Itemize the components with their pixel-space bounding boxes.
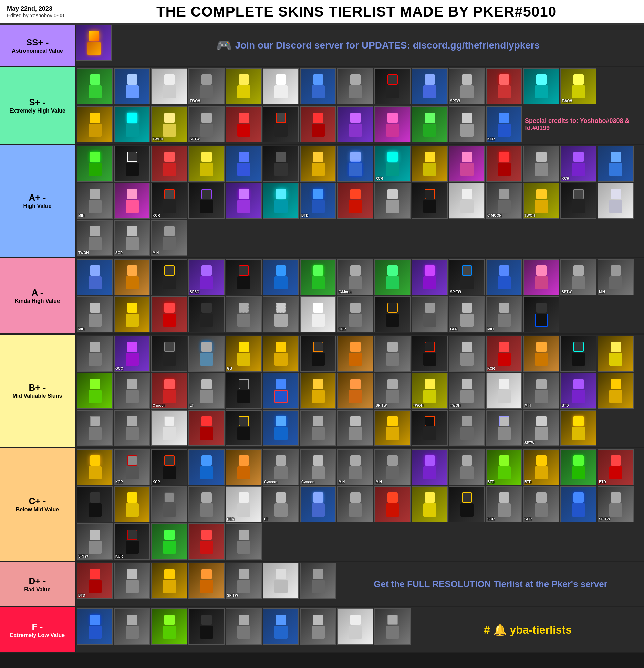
skin-card <box>523 336 559 372</box>
c-plus-content: KCR KCR C-moon C-moon MIH MIH BTD BTD BT… <box>76 448 644 561</box>
skin-card <box>263 563 299 599</box>
page-wrapper: May 22nd, 2023 Edited by Yoshobo#0308 TH… <box>0 0 644 653</box>
skin-card: GB <box>226 336 262 372</box>
skin-label-twoh7: TWOH <box>450 404 461 407</box>
skin-card: GER <box>449 296 485 332</box>
skin-card <box>449 106 485 142</box>
skin-card <box>188 146 225 182</box>
skin-card: MIH <box>151 220 187 256</box>
skin-card <box>77 410 113 446</box>
skin-card <box>114 486 150 522</box>
credits-text: Special credits to: Yoshobo#0308 & fd.#0… <box>523 116 643 134</box>
tier-desc-ss: Astronomical Value <box>12 48 63 54</box>
skin-label-mih4: MIH <box>78 327 84 331</box>
skin-card <box>374 296 411 332</box>
skin-card <box>337 106 373 142</box>
skin-card <box>374 608 411 645</box>
skin-card <box>151 523 187 560</box>
discord-banner[interactable]: 🎮 Join our Discord server for UPDATES: d… <box>112 25 644 66</box>
skin-card <box>188 410 225 446</box>
tier-name-ss: SS+ - <box>26 37 49 48</box>
skin-label-twoh4: TWOH <box>524 214 535 218</box>
skin-card <box>300 106 336 142</box>
skin-card <box>77 486 113 522</box>
skin-card: MIH <box>523 373 559 409</box>
tier-name-dplus: D+ - <box>29 576 46 586</box>
skin-card <box>300 146 336 182</box>
a-content: SPSO C-Moon SP:TW SPTW MIH MIH GER GER M <box>76 258 644 333</box>
skin-card: TWOH <box>151 106 187 142</box>
tier-label-f: F - Extremely Low Value <box>0 607 76 652</box>
skin-card <box>300 259 336 295</box>
skin-card <box>188 608 225 645</box>
skin-card <box>412 486 448 522</box>
skin-card <box>523 296 559 332</box>
tier-desc-aplus: High Value <box>23 203 52 209</box>
skin-card <box>114 608 150 645</box>
skin-card <box>449 410 485 446</box>
b-plus-content: GCQ GB KCR C-moon LT SP:TW TWOH <box>76 335 644 447</box>
skin-card: GCQ <box>114 336 150 372</box>
skin-label-sptw2: SPTW <box>190 137 200 141</box>
skin-card <box>337 486 373 522</box>
skin-card <box>114 183 150 219</box>
skin-card <box>77 146 113 182</box>
skin-card <box>300 608 336 645</box>
tier-name-bplus: B+ - <box>29 382 46 393</box>
skin-label-sptw8: SPTW <box>78 554 88 558</box>
tier-label-a-plus: A+ - High Value <box>0 145 76 257</box>
skin-card <box>188 449 225 485</box>
header-date: May 22nd, 2023 <box>7 5 76 12</box>
header-editor: Edited by Yoshobo#0308 <box>7 12 76 18</box>
header-meta: May 22nd, 2023 Edited by Yoshobo#0308 <box>7 5 76 18</box>
skin-card: TWOH <box>412 373 448 409</box>
tier-s-plus: S+ - Extremely High Value TWOH SPTW TWOH <box>0 67 644 145</box>
skin-card: XCR <box>374 146 411 182</box>
skin-card <box>300 336 336 372</box>
skin-card <box>449 486 485 522</box>
skin-card <box>77 608 113 645</box>
skin-card <box>337 183 373 219</box>
skin-card <box>263 259 299 295</box>
skin-card <box>77 106 113 142</box>
skin-card <box>300 563 336 599</box>
skin-card: TWOH <box>188 68 225 104</box>
tier-desc-f: Extremely Low Value <box>10 632 65 638</box>
skin-card <box>114 68 150 104</box>
skin-label-kcr: KCR <box>487 137 495 141</box>
skin-card <box>151 259 187 295</box>
skin-card <box>263 608 299 645</box>
skin-card: C-MOON <box>486 183 522 219</box>
skin-card <box>300 410 336 446</box>
skin-label-mih5: MIH <box>487 327 494 331</box>
full-res-banner[interactable]: Get the FULL RESOLUTION Tierlist at the … <box>337 562 644 606</box>
skin-card <box>560 336 596 372</box>
skin-card <box>77 68 113 104</box>
skin-card <box>486 410 522 446</box>
tier-ss-plus: SS+ - Astronomical Value 🎮 Join our Disc… <box>0 25 644 67</box>
tier-desc-s: Extremely High Value <box>9 108 65 114</box>
skin-card <box>77 373 113 409</box>
skin-card <box>560 486 596 522</box>
skin-card <box>114 146 150 182</box>
skin-card <box>523 68 559 104</box>
tier-name-s: S+ - <box>29 97 45 108</box>
f-content: # 🔔 yba-tierlists <box>76 607 644 652</box>
skin-card <box>598 146 634 182</box>
skin-card: LT <box>188 373 225 409</box>
skin-card <box>114 373 150 409</box>
skin-label-sptw5: SP:TW <box>376 404 387 407</box>
skin-card <box>337 608 373 645</box>
skin-card <box>188 523 225 560</box>
skin-card <box>486 373 522 409</box>
a-plus-content: XCR KCR MIH KCR BTD C-MOON TWOH TWOH SCR <box>76 145 644 257</box>
tier-a-plus: A+ - High Value XCR KCR MIH KCR <box>0 145 644 258</box>
skin-label-mih2: MIH <box>153 251 159 255</box>
skin-card: GER <box>226 486 262 522</box>
tier-name-aplus: A+ - <box>29 192 46 203</box>
skin-card <box>263 373 299 409</box>
tier-d-plus: D+ - Bad Value BTD SP:TW Get the FULL RE… <box>0 562 644 607</box>
tier-b-plus: B+ - Mid Valuable Skins GCQ GB KCR C-moo… <box>0 335 644 448</box>
skin-card <box>263 410 299 446</box>
skin-card: MIH <box>77 183 113 219</box>
